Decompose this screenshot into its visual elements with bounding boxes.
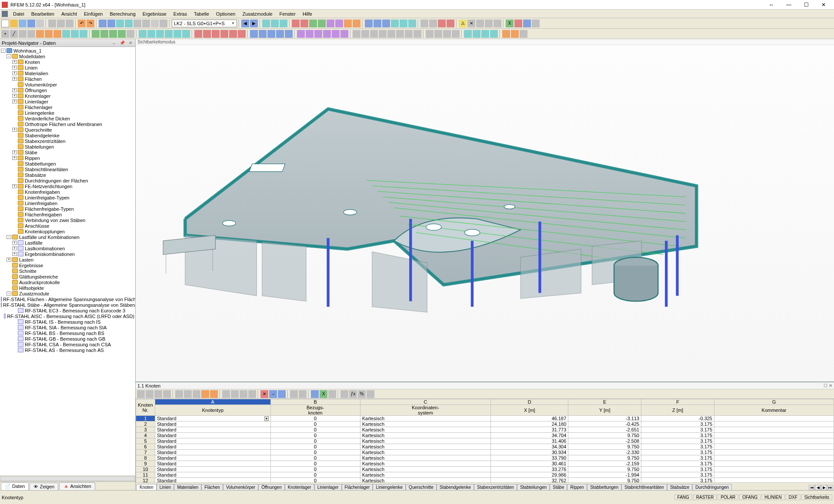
save-icon[interactable]	[19, 20, 27, 27]
tbl-highlight-icon[interactable]	[201, 390, 209, 398]
tree-liniengelenke[interactable]: Liniengelenke	[0, 110, 135, 116]
line-load-icon[interactable]	[203, 30, 211, 38]
snap-sichtbarkeits[interactable]: Sichtbarkeits	[801, 494, 832, 500]
copy-icon[interactable]	[57, 20, 65, 27]
tree-stabnichtlinearit-ten[interactable]: Stabnichtlinearitäten	[0, 166, 135, 172]
tree-orthotrope-fl-chen-und-membranen[interactable]: Orthotrope Flächen und Membranen	[0, 121, 135, 127]
config-icon[interactable]	[494, 20, 501, 27]
show-results2-icon[interactable]	[280, 20, 287, 27]
table-row[interactable]: 9Standard0Kartesisch30.461-2.1593.175	[136, 461, 834, 467]
tbl-delete-row-icon[interactable]	[184, 390, 192, 398]
tab-zeigen[interactable]: 👁 Zeigen	[30, 483, 58, 490]
restore-down-arrow-icon[interactable]: ↔	[763, 0, 780, 10]
tree-lastf-lle[interactable]: +Lastfälle	[0, 240, 135, 245]
zoom-window-icon[interactable]	[396, 30, 404, 38]
surface-load-icon[interactable]	[220, 30, 228, 38]
tree-fe-netzverdichtungen[interactable]: +FE-Netzverdichtungen	[0, 183, 135, 189]
render-shaded-icon[interactable]	[490, 30, 498, 38]
result-section-icon[interactable]	[327, 20, 334, 27]
tree-module-rf-stahl[interactable]: RF-STAHL Stäbe - Allgemeine Spannungsana…	[0, 302, 135, 308]
dimension-icon[interactable]	[520, 30, 527, 38]
wireframe-icon[interactable]	[400, 20, 407, 27]
tree-knotenkopplungen[interactable]: Knotenkopplungen	[0, 229, 135, 234]
tree-querschnitte[interactable]: +Querschnitte	[0, 127, 135, 133]
line-icon[interactable]: ╱	[10, 30, 18, 38]
filter-icon[interactable]	[382, 20, 390, 27]
view-xy-icon[interactable]	[361, 30, 369, 38]
navigator-pin-close[interactable]: ⌄ 📌 ✕	[112, 40, 133, 45]
ortho-icon[interactable]	[443, 30, 451, 38]
tree-ergebniskombinationen[interactable]: +Ergebniskombinationen	[0, 251, 135, 257]
tbl-sort-desc-icon[interactable]	[231, 390, 239, 398]
tree-knotenlager[interactable]: +Knotenlager	[0, 93, 135, 99]
tree--ffnungen[interactable]: +Öffnungen	[0, 87, 135, 93]
cut-icon[interactable]	[48, 20, 56, 27]
zoom-all-icon[interactable]	[387, 30, 395, 38]
table-tab-stabteilungen[interactable]: Stabteilungen	[517, 484, 550, 490]
paste-icon[interactable]	[66, 20, 73, 27]
module3-icon[interactable]	[532, 20, 540, 27]
table-row[interactable]: 10Standard0Kartesisch33.2769.7503.175	[136, 467, 834, 472]
colors-icon[interactable]	[374, 20, 381, 27]
tree-stabbettungen[interactable]: Stabbettungen	[0, 161, 135, 166]
tree-module-rf-stahl[interactable]: RF-STAHL EC3 - Bemessung nach Eurocode 3	[0, 308, 135, 313]
new-icon[interactable]	[1, 20, 9, 27]
units-icon[interactable]	[476, 20, 484, 27]
table-tab-knotenlager[interactable]: Knotenlager	[285, 484, 314, 490]
table-tab-öffnungen[interactable]: Öffnungen	[258, 484, 285, 490]
opening-icon[interactable]	[45, 30, 53, 38]
select-poly-icon[interactable]	[259, 30, 267, 38]
surface-icon[interactable]	[36, 30, 44, 38]
tree-stabteilungen[interactable]: Stabteilungen	[0, 144, 135, 149]
free-load-icon[interactable]	[229, 30, 237, 38]
table-row[interactable]: 6Standard0Kartesisch34.3049.7503.175	[136, 444, 834, 450]
table-tab-stabexzentrizitäten[interactable]: Stabexzentrizitäten	[474, 484, 517, 490]
member-icon[interactable]	[92, 30, 100, 38]
tbl-last-icon[interactable]	[163, 390, 171, 398]
tree-durchdringungen-der-fl-chen[interactable]: Durchdringungen der Flächen	[0, 178, 135, 183]
menu-tabelle[interactable]: Tabelle	[190, 10, 213, 17]
snap-raster[interactable]: RASTER	[693, 494, 717, 500]
tree-lastfaelle-kombi[interactable]: -Lastfälle und Kombinationen	[0, 234, 135, 240]
table-row[interactable]: 1Standard▾0Kartesisch46.187-3.113-0.325	[136, 416, 834, 421]
tree-module-rf-stahl[interactable]: RF-STAHL GB - Bemessung nach GB	[0, 336, 135, 342]
tree-module-rf-stahl[interactable]: RF-STAHL BS - Bemessung nach BS	[0, 330, 135, 336]
visibility-icon[interactable]	[297, 30, 305, 38]
tree-linien[interactable]: +Linien	[0, 65, 135, 70]
tbl-del-icon[interactable]: ✕	[260, 390, 268, 398]
menu-ergebnisse[interactable]: Ergebnisse	[139, 10, 170, 17]
menu-hilfe[interactable]: Hilfe	[299, 10, 316, 17]
tbl-copy-row-icon[interactable]	[193, 390, 200, 398]
menu-einfügen[interactable]: Einfügen	[80, 10, 106, 17]
table-row[interactable]: 4Standard0Kartesisch34.7049.7503.175	[136, 433, 834, 438]
tbl-sort-asc-icon[interactable]	[222, 390, 230, 398]
tree-module-rf-stahl[interactable]: RF-STAHL SIA - Bemessung nach SIA	[0, 325, 135, 330]
next-loadcase-icon[interactable]: ▶	[250, 20, 258, 27]
find-icon[interactable]	[99, 20, 107, 27]
tree-module-rf-stahl[interactable]: RF-STAHL AS - Bemessung nach AS	[0, 347, 135, 353]
maximize-button[interactable]: ☐	[797, 0, 815, 10]
block-manager-icon[interactable]	[125, 20, 133, 27]
tree-knotenfreigaben[interactable]: Knotenfreigaben	[0, 189, 135, 195]
tree-volumenk-rper[interactable]: Volumenkörper	[0, 82, 135, 87]
table-tab-stabendgelenke[interactable]: Stabendgelenke	[437, 484, 474, 490]
snap-hlinien[interactable]: HLINIEN	[761, 494, 784, 500]
beam-icon[interactable]	[100, 30, 108, 38]
save-as-icon[interactable]	[27, 20, 35, 27]
tree-ver-nderliche-dicken[interactable]: Veränderliche Dicken	[0, 116, 135, 121]
module1-icon[interactable]	[514, 20, 522, 27]
show-loads-icon[interactable]	[262, 20, 270, 27]
table-tab-linienlager[interactable]: Linienlager	[314, 484, 342, 490]
hinge-icon[interactable]	[127, 30, 134, 38]
view-type-icon[interactable]	[391, 20, 399, 27]
table-row[interactable]: 7Standard0Kartesisch30.934-2.3303.175	[136, 450, 834, 455]
tbl-export-icon[interactable]	[328, 390, 336, 398]
table-tab-linien[interactable]: Linien	[157, 484, 174, 490]
result-diagram-icon[interactable]	[292, 20, 300, 27]
tree-lasten[interactable]: +Lasten	[0, 257, 135, 262]
visibilities-icon[interactable]	[340, 30, 348, 38]
numbering-icon[interactable]	[502, 30, 510, 38]
tbl-units-icon[interactable]	[340, 390, 348, 398]
table-row[interactable]: 3Standard0Kartesisch31.773-2.6513.175	[136, 427, 834, 433]
tree-zusatzmodule[interactable]: -Zusatzmodule	[0, 291, 135, 296]
